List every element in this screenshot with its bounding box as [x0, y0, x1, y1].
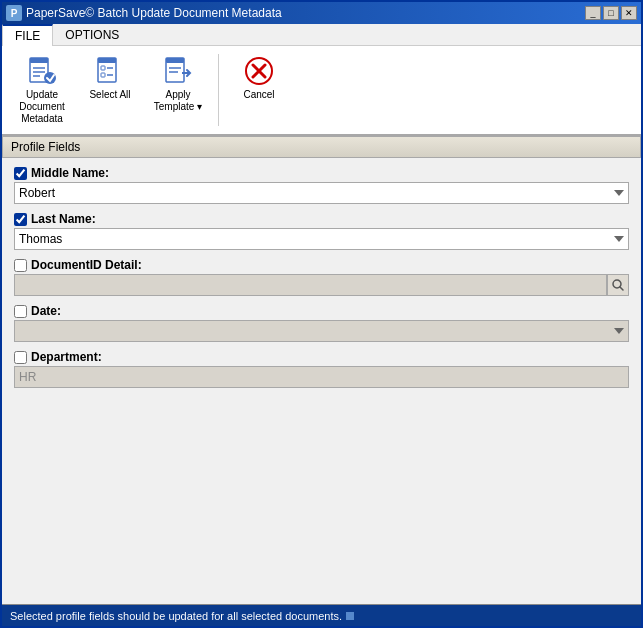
date-label: Date:: [31, 304, 61, 318]
select-all-button[interactable]: Select All: [78, 50, 142, 120]
tab-options[interactable]: OPTIONS: [53, 24, 131, 45]
ribbon: Update Document Metadata Select All: [2, 46, 641, 136]
ribbon-separator: [218, 54, 219, 126]
title-bar-left: P PaperSave© Batch Update Document Metad…: [6, 5, 282, 21]
document-id-input-row: [14, 274, 629, 296]
date-label-row: Date:: [14, 304, 629, 318]
middle-name-input-row: Robert: [14, 182, 629, 204]
department-input-row: HR: [14, 366, 629, 388]
maximize-button[interactable]: □: [603, 6, 619, 20]
apply-template-button[interactable]: Apply Template ▾: [146, 50, 210, 120]
last-name-checkbox[interactable]: [14, 213, 27, 226]
middle-name-checkbox[interactable]: [14, 167, 27, 180]
document-id-field-group: DocumentID Detail:: [14, 258, 629, 296]
cancel-label: Cancel: [243, 89, 274, 101]
status-text: Selected profile fields should be update…: [10, 610, 342, 622]
fields-area: Middle Name: Robert Last Name: Thomas: [2, 158, 641, 604]
document-id-checkbox[interactable]: [14, 259, 27, 272]
middle-name-select[interactable]: Robert: [14, 182, 629, 204]
svg-rect-7: [98, 58, 116, 63]
date-input-row: [14, 320, 629, 342]
update-icon: [26, 55, 58, 87]
window-title: PaperSave© Batch Update Document Metadat…: [26, 6, 282, 20]
department-input: HR: [14, 366, 629, 388]
close-button[interactable]: ✕: [621, 6, 637, 20]
title-bar: P PaperSave© Batch Update Document Metad…: [2, 2, 641, 24]
main-window: P PaperSave© Batch Update Document Metad…: [0, 0, 643, 628]
tab-file[interactable]: FILE: [2, 24, 53, 46]
document-id-label-row: DocumentID Detail:: [14, 258, 629, 272]
menu-bar: FILE OPTIONS: [2, 24, 641, 46]
last-name-label-row: Last Name:: [14, 212, 629, 226]
svg-line-20: [620, 287, 623, 290]
date-dropdown-icon: [614, 328, 624, 334]
department-checkbox[interactable]: [14, 351, 27, 364]
profile-fields-header: Profile Fields: [2, 136, 641, 158]
department-field-group: Department: HR: [14, 350, 629, 388]
svg-rect-9: [101, 73, 105, 77]
document-id-search-button[interactable]: [607, 274, 629, 296]
title-controls: _ □ ✕: [585, 6, 637, 20]
select-all-label: Select All: [89, 89, 130, 101]
update-document-metadata-label: Update Document Metadata: [13, 89, 71, 125]
apply-template-label: Apply Template ▾: [149, 89, 207, 113]
department-label: Department:: [31, 350, 102, 364]
status-indicator: [346, 612, 354, 620]
cancel-button[interactable]: Cancel: [227, 50, 291, 120]
middle-name-label: Middle Name:: [31, 166, 109, 180]
document-id-input: [14, 274, 607, 296]
date-field-group: Date:: [14, 304, 629, 342]
svg-rect-8: [101, 66, 105, 70]
svg-rect-1: [30, 58, 48, 63]
content-area: Profile Fields Middle Name: Robert: [2, 136, 641, 604]
cancel-icon: [243, 55, 275, 87]
apply-template-icon: [162, 55, 194, 87]
svg-rect-13: [166, 58, 184, 63]
date-checkbox[interactable]: [14, 305, 27, 318]
select-all-icon: [94, 55, 126, 87]
department-label-row: Department:: [14, 350, 629, 364]
update-document-metadata-button[interactable]: Update Document Metadata: [10, 50, 74, 130]
last-name-label: Last Name:: [31, 212, 96, 226]
minimize-button[interactable]: _: [585, 6, 601, 20]
document-id-label: DocumentID Detail:: [31, 258, 142, 272]
last-name-select[interactable]: Thomas: [14, 228, 629, 250]
middle-name-label-row: Middle Name:: [14, 166, 629, 180]
last-name-input-row: Thomas: [14, 228, 629, 250]
search-icon: [611, 278, 625, 292]
status-bar: Selected profile fields should be update…: [2, 604, 641, 626]
last-name-field-group: Last Name: Thomas: [14, 212, 629, 250]
app-icon: P: [6, 5, 22, 21]
middle-name-field-group: Middle Name: Robert: [14, 166, 629, 204]
date-input: [14, 320, 629, 342]
